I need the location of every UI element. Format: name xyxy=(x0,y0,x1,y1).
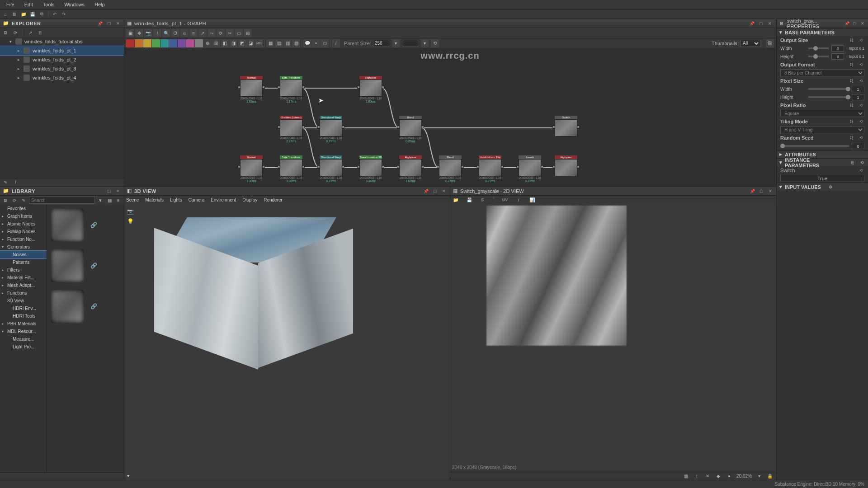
parent-size-h-input[interactable] xyxy=(402,40,419,47)
graph-node[interactable]: Normal2048x2048 - L163.30ms xyxy=(240,155,263,183)
link-icon[interactable]: ⎘ xyxy=(37,29,44,36)
menu-tools[interactable]: Tools xyxy=(38,1,59,8)
node-port-input[interactable] xyxy=(317,126,320,128)
node-port-input[interactable] xyxy=(238,165,241,168)
graph-node[interactable]: Gradient (Linear)2048x2048 - L162.37ms xyxy=(280,116,302,143)
snapshot-icon[interactable]: 📷 xyxy=(144,29,152,37)
open-icon[interactable]: 📁 xyxy=(452,196,459,203)
undo-icon[interactable]: ↶ xyxy=(51,10,58,18)
node-port-input[interactable] xyxy=(437,165,439,168)
light-icon[interactable]: 💡 xyxy=(127,218,134,225)
graph-node[interactable]: Blend2048x2048 - L160.27ms xyxy=(439,155,462,183)
graph-node[interactable]: Non-Uniform Blur Gray2048x2048 - L168.21… xyxy=(479,155,501,183)
parent-size-w-input[interactable] xyxy=(373,40,390,47)
library-tree-item[interactable]: ▾Generators xyxy=(0,243,47,251)
reset-icon[interactable]: ⟲ xyxy=(431,39,439,47)
node-port-output[interactable] xyxy=(541,165,543,168)
library-tree-item[interactable]: 3D View xyxy=(0,297,47,305)
section-instance-parameters[interactable]: ▾ INSTANCE PARAMETERS ⎘ ⟲ xyxy=(777,158,868,166)
popout-icon[interactable]: ▢ xyxy=(758,20,764,27)
reset-icon[interactable]: ⟲ xyxy=(859,160,865,166)
histogram-icon[interactable]: 📊 xyxy=(528,196,536,203)
edit-icon[interactable]: ✎ xyxy=(20,197,27,204)
pin-icon[interactable]: 📌 xyxy=(844,20,849,27)
popout-icon[interactable]: ▢ xyxy=(106,188,112,194)
node-color-pink[interactable] xyxy=(186,39,194,47)
grid-icon[interactable]: ▦ xyxy=(682,473,689,480)
library-thumb-item[interactable]: 🔗 xyxy=(51,208,120,242)
pin-icon[interactable]: 📌 xyxy=(749,188,755,194)
menu-file[interactable]: File xyxy=(2,1,19,8)
search-input[interactable] xyxy=(29,197,95,204)
height-value[interactable]: 0 xyxy=(831,53,844,60)
zoom-dropdown-icon[interactable]: ▾ xyxy=(755,473,763,480)
close-icon[interactable]: ✕ xyxy=(767,20,773,27)
tree-item[interactable]: ▸ wrinkles_folds_pt_4 xyxy=(0,73,124,82)
tool[interactable]: ◪ xyxy=(246,39,255,47)
library-tree-item[interactable]: ▸Graph Items xyxy=(0,212,47,220)
reset-icon[interactable]: ⟲ xyxy=(858,78,864,84)
close-icon[interactable]: ✕ xyxy=(115,20,121,27)
view3d-menu-camera[interactable]: Camera xyxy=(189,197,205,202)
node-port-input[interactable] xyxy=(397,165,400,168)
node-port-output[interactable] xyxy=(577,165,580,168)
library-tree-item[interactable]: ▸FxMap Nodes xyxy=(0,228,47,235)
filter-icon[interactable]: ▼ xyxy=(97,197,104,204)
dropdown-icon[interactable]: ▾ xyxy=(392,39,400,47)
info-icon[interactable]: i xyxy=(12,179,19,186)
cut-icon[interactable]: ✂ xyxy=(226,29,234,37)
node-port-output[interactable] xyxy=(421,126,424,128)
gear-icon[interactable]: ⚙ xyxy=(827,184,834,190)
pin-icon[interactable]: 📌 xyxy=(423,188,429,194)
align-icon[interactable]: ≡ xyxy=(189,29,198,37)
comment-icon[interactable]: 💬 xyxy=(303,39,311,47)
tool-x01[interactable]: x01 xyxy=(255,39,263,47)
tool[interactable]: ◧ xyxy=(221,39,229,47)
library-tree-item[interactable]: Measure... xyxy=(0,335,47,343)
tool[interactable]: ▧ xyxy=(292,39,300,47)
node-port-output[interactable] xyxy=(382,86,384,89)
node-port-input[interactable] xyxy=(476,165,479,168)
node-port-output[interactable] xyxy=(302,126,305,128)
tiling-mode-select[interactable]: H and V Tiling xyxy=(780,126,864,133)
node-port-output[interactable] xyxy=(577,126,580,128)
view3d-menu-scene[interactable]: Scene xyxy=(126,197,139,202)
camera-icon[interactable]: 📷 xyxy=(127,208,134,215)
redo-icon[interactable]: ↷ xyxy=(60,10,67,18)
node-color-yellow[interactable] xyxy=(143,39,151,47)
library-tree-item[interactable]: ▸Function No... xyxy=(0,235,47,243)
graph-node[interactable]: Highpass Grayscale2048x2048 - L161.00ms xyxy=(359,76,382,103)
library-tree-item[interactable]: Favorites xyxy=(0,205,47,212)
graph-node[interactable]: Normal2048x2048 - L161.63ms xyxy=(240,76,263,103)
refresh-icon[interactable]: ⟳ xyxy=(11,197,18,204)
zoom-icon[interactable]: 🔍 xyxy=(162,29,170,37)
graph-node[interactable]: Directional Warp2048x2048 - L160.23ms xyxy=(320,155,342,183)
graph-node[interactable]: Safe Transform Plus2048x2048 - L161.17ms xyxy=(280,76,302,103)
export-icon[interactable]: ↗ xyxy=(27,29,34,36)
view3d-menu-display[interactable]: Display xyxy=(242,197,257,202)
refresh-icon[interactable]: ⟳ xyxy=(12,29,19,36)
node-port-output[interactable] xyxy=(302,86,305,89)
graph-node[interactable]: Highpass xyxy=(555,155,577,176)
home-icon[interactable]: ⌂ xyxy=(2,10,9,18)
node-port-output[interactable] xyxy=(302,165,305,168)
reset-icon[interactable]: ⟲ xyxy=(858,102,864,108)
tree-root[interactable]: ▾ wrinkles_folds_tutorial.sbs xyxy=(0,37,124,46)
node-port-input[interactable] xyxy=(552,126,555,128)
library-tree-item[interactable]: ▸Functions xyxy=(0,289,47,297)
width-slider[interactable] xyxy=(808,47,829,49)
section-input-values[interactable]: ▾ INPUT VALUES ⚙ xyxy=(777,183,868,191)
node-port-input[interactable] xyxy=(278,165,280,168)
graph-node[interactable]: Transformation 2D2048x2048 - L160.24ms xyxy=(359,155,382,183)
reset-icon[interactable]: ⟲ xyxy=(858,167,864,174)
open-folder-icon[interactable]: 📁 xyxy=(20,10,27,18)
node-port-output[interactable] xyxy=(382,165,384,168)
node-color-teal[interactable] xyxy=(160,39,169,47)
library-thumb-item[interactable]: 🔗 xyxy=(51,249,120,282)
info-icon[interactable]: i xyxy=(515,196,522,203)
shape-icon[interactable]: ◆ xyxy=(715,473,722,480)
tool[interactable]: ◩ xyxy=(238,39,246,47)
library-tree-item[interactable]: ▸Atomic Nodes xyxy=(0,220,47,228)
node-port-output[interactable] xyxy=(342,165,344,168)
library-tree-item[interactable]: Noises xyxy=(0,251,47,258)
